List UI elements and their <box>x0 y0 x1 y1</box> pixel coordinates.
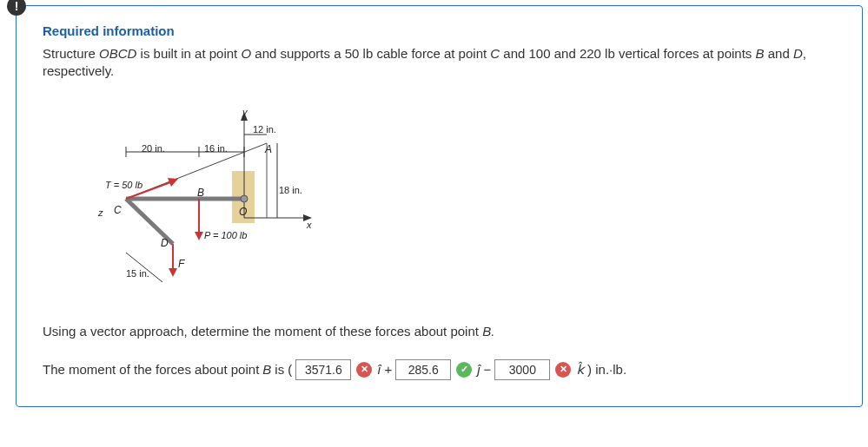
svg-point-9 <box>241 195 248 202</box>
wrong-icon: ✕ <box>555 362 571 378</box>
point-b: B <box>197 187 204 199</box>
text: and supports a 50 lb cable force at poin… <box>251 46 490 61</box>
point-d: D <box>161 237 169 249</box>
question-text: Using a vector approach, determine the m… <box>43 322 836 340</box>
structure-diagram: y x z 20 in. 16 in. 12 in. 18 in. 15 in.… <box>77 105 338 296</box>
axis-y-label: y <box>242 107 248 117</box>
svg-marker-13 <box>195 232 203 240</box>
text: The moment of the forces about point <box>43 362 259 377</box>
point-a: A <box>265 143 272 155</box>
text: Structure <box>43 46 99 61</box>
text: Using a vector approach, determine the m… <box>43 324 482 339</box>
problem-statement: Structure OBCD is built in at point O an… <box>43 45 836 81</box>
text: ) in.·lb. <box>587 362 626 377</box>
text: − <box>484 362 492 377</box>
point-c: C <box>114 204 122 216</box>
var-b: B. <box>482 324 494 339</box>
svg-marker-15 <box>169 268 177 277</box>
text: is ( <box>275 362 292 377</box>
text: and 100 and 220 lb vertical forces at po… <box>500 46 755 61</box>
unit-j: ĵ <box>477 362 480 377</box>
correct-icon: ✓ <box>456 362 472 378</box>
var-b: B <box>262 362 271 377</box>
text: is built in at point <box>136 46 241 61</box>
dim-20in: 20 in. <box>142 143 165 154</box>
dim-18in: 18 in. <box>279 185 302 195</box>
axis-z-label: z <box>98 207 103 218</box>
wrong-icon: ✕ <box>356 362 372 378</box>
var-c: C <box>490 46 500 61</box>
dim-12in: 12 in. <box>253 124 276 135</box>
alert-icon: ! <box>7 0 26 16</box>
var-obcd: OBCD <box>99 46 136 61</box>
required-information-heading: Required information <box>43 23 836 38</box>
text: and <box>765 46 793 61</box>
t-label: T = 50 lb <box>105 180 142 190</box>
unit-k: k̂ <box>576 362 584 378</box>
unit-i: î <box>377 362 381 377</box>
dim-16in: 16 in. <box>204 143 228 154</box>
point-f: F <box>178 258 184 270</box>
p-label: P = 100 lb <box>204 230 247 240</box>
problem-container: ! Required information Structure OBCD is… <box>16 5 863 407</box>
answer-line: The moment of the forces about point B i… <box>43 359 836 380</box>
text: + <box>385 362 393 377</box>
var-o: O <box>241 46 251 61</box>
answer-input-k[interactable]: 3000 <box>494 359 550 380</box>
diagram-svg <box>77 105 338 296</box>
answer-input-i[interactable]: 3571.6 <box>295 359 351 380</box>
axis-x-label: x <box>307 220 312 230</box>
point-o: O <box>239 206 247 218</box>
var-b: B <box>756 46 765 61</box>
var-d: D <box>793 46 803 61</box>
answer-input-j[interactable]: 285.6 <box>395 359 451 380</box>
dim-15in: 15 in. <box>126 268 149 279</box>
